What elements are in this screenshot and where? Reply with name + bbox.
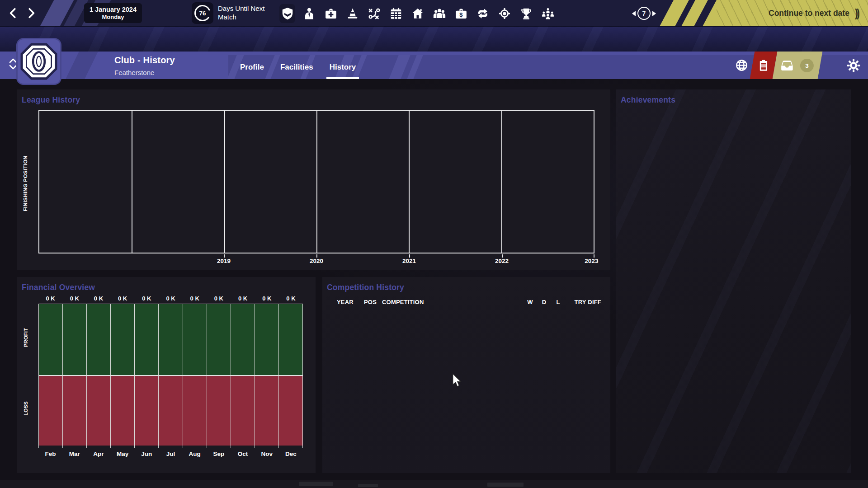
club-icon[interactable] xyxy=(410,4,425,23)
bar-cell xyxy=(159,304,183,375)
back-button[interactable] xyxy=(5,4,22,22)
value-label: 0 K xyxy=(183,295,207,302)
tab-profile[interactable]: Profile xyxy=(233,55,271,79)
value-label: 0 K xyxy=(159,295,183,302)
tick xyxy=(316,254,317,258)
squad-shield-icon[interactable] xyxy=(279,4,295,23)
bar-cell xyxy=(255,376,279,446)
bar-cell xyxy=(207,304,231,375)
bar-cell xyxy=(159,376,183,446)
loss-axis-label: LOSS xyxy=(23,388,28,429)
date-text: 1 January 2024 xyxy=(90,6,137,13)
year-label: 2020 xyxy=(310,258,323,264)
tick xyxy=(231,446,255,448)
bar-value-labels: 0 K 0 K 0 K 0 K 0 K 0 K 0 K 0 K 0 K 0 K … xyxy=(38,295,303,302)
speed-decrease-icon[interactable] xyxy=(632,11,636,16)
inbox-button[interactable]: 3 xyxy=(773,52,823,79)
chevron-right-icon xyxy=(25,6,37,20)
tab-facilities[interactable]: Facilities xyxy=(274,55,320,79)
tick xyxy=(207,446,231,448)
inbox-count-badge: 3 xyxy=(800,59,814,72)
month-label: Apr xyxy=(86,450,110,457)
gridline xyxy=(501,111,502,253)
game-date[interactable]: 1 January 2024 Monday xyxy=(84,3,142,23)
year-label: 2022 xyxy=(495,258,509,264)
league-history-title: League History xyxy=(17,89,610,105)
fm-screen: 1 January 2024 Monday 76 Days Until Next… xyxy=(0,0,868,488)
transfers-icon[interactable] xyxy=(475,4,491,23)
forward-button[interactable] xyxy=(23,4,40,22)
dev-centre-icon[interactable] xyxy=(540,4,556,23)
month-label: Oct xyxy=(231,450,255,457)
league-y-axis-label: FINISHING POSITION xyxy=(23,152,28,215)
settings-button[interactable] xyxy=(843,52,864,79)
profit-axis-label: PROFIT xyxy=(23,317,28,358)
bar-cell xyxy=(207,376,231,446)
club-header: Club - History Featherstone Profile Faci… xyxy=(0,52,868,79)
year-label: 2021 xyxy=(402,258,416,264)
month-label: May xyxy=(111,450,135,457)
continue-button[interactable]: Continue to next date )) xyxy=(703,0,868,26)
gridline xyxy=(224,111,225,253)
value-label: 0 K xyxy=(111,295,135,302)
speed-increase-icon[interactable] xyxy=(652,11,656,16)
stadium-boards xyxy=(0,480,868,488)
year-label: 2019 xyxy=(217,258,231,264)
tick xyxy=(594,254,594,258)
training-icon[interactable] xyxy=(344,4,360,23)
value-label: 0 K xyxy=(255,295,279,302)
medical-icon[interactable] xyxy=(323,4,339,23)
decor-stripe xyxy=(66,52,98,79)
column-losses: L xyxy=(551,299,565,305)
column-try-diff: TRY DIFF xyxy=(565,299,601,305)
competitions-icon[interactable] xyxy=(518,4,534,23)
tick xyxy=(39,446,63,448)
achievements-title: Achievements xyxy=(616,89,851,105)
stadium-board xyxy=(358,484,378,487)
bar-cell xyxy=(279,376,302,446)
bar-cell xyxy=(63,304,87,375)
world-button[interactable] xyxy=(731,52,752,79)
finances-icon[interactable]: $ xyxy=(453,4,469,23)
squad-planner-icon[interactable] xyxy=(431,4,447,23)
financial-chart xyxy=(38,304,303,448)
header-actions: 3 xyxy=(732,52,868,79)
financial-overview-panel: Financial Overview 0 K 0 K 0 K 0 K 0 K 0… xyxy=(17,277,316,473)
schedule-icon[interactable] xyxy=(388,4,404,23)
tick xyxy=(502,254,503,258)
value-label: 0 K xyxy=(279,295,303,302)
bar-cell xyxy=(135,376,159,446)
tick xyxy=(63,446,87,448)
scouting-icon[interactable] xyxy=(496,4,512,23)
staff-icon[interactable] xyxy=(301,4,317,23)
competition-table-header: YEAR POS COMPETITION W D L TRY DIFF xyxy=(337,299,601,305)
tab-history[interactable]: History xyxy=(323,55,363,79)
value-label: 0 K xyxy=(38,295,62,302)
tick xyxy=(135,446,159,448)
value-label: 0 K xyxy=(62,295,86,302)
tactics-icon[interactable] xyxy=(366,4,382,23)
decor-stripe xyxy=(407,55,423,79)
x-axis-labels: 2019 2020 2021 2022 2023 xyxy=(38,258,594,266)
speed-control[interactable]: 7 xyxy=(632,7,656,20)
month-label: Mar xyxy=(62,450,86,457)
column-year: YEAR xyxy=(337,299,364,305)
bar-cell xyxy=(39,304,63,375)
profit-bars xyxy=(38,304,303,375)
financial-overview-title: Financial Overview xyxy=(17,277,316,292)
bar-cell xyxy=(87,376,111,446)
tick xyxy=(159,446,183,448)
tick xyxy=(409,254,410,258)
month-label: Dec xyxy=(279,450,303,457)
speed-indicator: 7 xyxy=(637,7,651,20)
world-globe-icon xyxy=(735,58,749,72)
tab-label: History xyxy=(330,63,356,72)
gear-icon xyxy=(846,58,861,73)
stadium-backdrop xyxy=(0,26,868,52)
competition-history-title: Competition History xyxy=(322,277,610,292)
days-until-next-match: 76 Days Until Next Match xyxy=(192,2,277,24)
club-badge[interactable] xyxy=(16,38,61,85)
bar-cell xyxy=(255,304,279,375)
month-label: Feb xyxy=(38,450,62,457)
value-label: 0 K xyxy=(207,295,231,302)
